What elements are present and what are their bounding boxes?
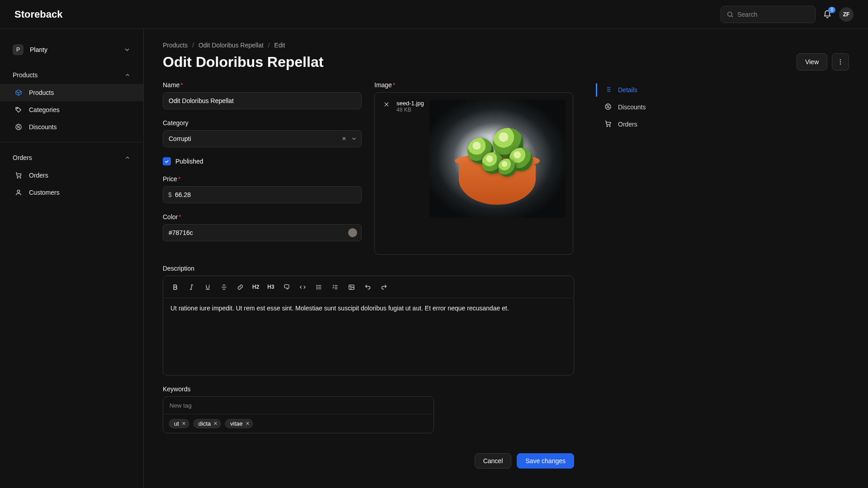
- checkbox-checked-icon: [163, 157, 171, 165]
- tab-label: Orders: [618, 121, 637, 128]
- tab-details[interactable]: Details: [597, 81, 713, 99]
- sidebar-item-products[interactable]: Products: [0, 84, 143, 101]
- cancel-button[interactable]: Cancel: [475, 453, 512, 469]
- svg-point-5: [17, 126, 18, 126]
- tab-orders[interactable]: Orders: [597, 116, 713, 133]
- ordered-list-button[interactable]: [329, 281, 342, 293]
- tenant-switcher[interactable]: P Planty: [0, 40, 143, 60]
- name-label: Name: [163, 81, 362, 89]
- svg-point-42: [609, 126, 610, 127]
- clear-icon[interactable]: ✕: [342, 136, 346, 142]
- search-input[interactable]: [737, 11, 810, 18]
- global-search[interactable]: [721, 6, 816, 23]
- sidebar-item-orders[interactable]: Orders: [0, 167, 143, 184]
- user-icon: [14, 188, 23, 197]
- breadcrumb-product[interactable]: Odit Doloribus Repellat: [198, 42, 264, 49]
- sidebar-item-customers[interactable]: Customers: [0, 184, 143, 201]
- chevron-up-icon: [124, 72, 131, 78]
- sidebar-item-label: Categories: [29, 106, 60, 113]
- tab-discounts[interactable]: Discounts: [597, 99, 713, 116]
- price-label: Price: [163, 175, 362, 183]
- bold-button[interactable]: [169, 281, 181, 293]
- remove-tag-button[interactable]: ✕: [245, 421, 250, 427]
- image-filesize: 48 KB: [396, 107, 424, 113]
- sidebar-item-label: Discounts: [29, 123, 57, 131]
- image-thumbnail[interactable]: [429, 100, 566, 217]
- image-filename: seed-1.jpg: [396, 100, 424, 107]
- image-button[interactable]: [345, 281, 358, 293]
- chevron-down-icon[interactable]: [351, 136, 357, 142]
- keywords-input[interactable]: [163, 397, 434, 414]
- more-button[interactable]: [832, 53, 849, 70]
- svg-point-11: [840, 61, 841, 62]
- currency-symbol: $: [168, 191, 172, 198]
- remove-tag-button[interactable]: ✕: [213, 421, 217, 427]
- category-select[interactable]: [163, 130, 362, 147]
- view-button[interactable]: View: [797, 53, 827, 70]
- color-label: Color: [163, 213, 362, 221]
- price-input[interactable]: [163, 186, 362, 203]
- app-brand: Storeback: [14, 9, 62, 20]
- tag-icon: [14, 106, 23, 114]
- keyword-tag: vitae✕: [225, 419, 253, 428]
- quote-button[interactable]: [280, 281, 293, 293]
- keyword-tag-label: ut: [174, 420, 179, 427]
- undo-button[interactable]: [362, 281, 374, 293]
- page-title: Odit Doloribus Repellat: [163, 54, 324, 70]
- svg-point-39: [607, 105, 607, 106]
- sidebar-item-label: Customers: [29, 189, 60, 196]
- cart-icon: [14, 171, 23, 179]
- cart-icon: [604, 120, 613, 128]
- svg-point-30: [350, 286, 352, 287]
- tab-label: Details: [618, 86, 637, 94]
- published-label: Published: [175, 158, 203, 165]
- sidebar-section-products[interactable]: Products: [0, 66, 143, 84]
- save-button[interactable]: Save changes: [517, 453, 574, 469]
- description-editor[interactable]: Ut ratione iure impedit. Ut rem est esse…: [163, 298, 574, 375]
- sidebar-item-label: Orders: [29, 172, 48, 179]
- svg-point-40: [609, 107, 609, 108]
- italic-button[interactable]: [185, 281, 198, 293]
- tab-label: Discounts: [618, 103, 646, 111]
- color-input[interactable]: [163, 224, 362, 241]
- svg-line-17: [191, 285, 192, 289]
- category-label: Category: [163, 119, 362, 127]
- breadcrumb-sep: /: [268, 42, 270, 49]
- remove-tag-button[interactable]: ✕: [182, 421, 186, 427]
- strike-button[interactable]: [217, 281, 230, 293]
- notifications-badge: 0: [828, 7, 835, 13]
- svg-point-8: [20, 177, 21, 178]
- redo-button[interactable]: [378, 281, 391, 293]
- sidebar-item-discounts[interactable]: Discounts: [0, 118, 143, 136]
- notifications-button[interactable]: 0: [822, 9, 833, 20]
- breadcrumb-products[interactable]: Products: [163, 42, 188, 49]
- image-upload-card: seed-1.jpg 48 KB: [374, 92, 573, 255]
- remove-image-button[interactable]: [382, 100, 391, 109]
- code-button[interactable]: [297, 281, 309, 293]
- color-swatch[interactable]: [348, 228, 357, 237]
- chevron-up-icon: [124, 155, 131, 161]
- svg-point-2: [17, 108, 18, 109]
- name-input[interactable]: [163, 92, 362, 109]
- published-checkbox[interactable]: Published: [163, 157, 362, 165]
- keyword-tag: dicta✕: [193, 419, 221, 428]
- image-label: Image: [374, 81, 573, 89]
- svg-point-24: [317, 286, 317, 287]
- sidebar-item-categories[interactable]: Categories: [0, 101, 143, 118]
- percent-icon: [14, 123, 23, 131]
- box-icon: [14, 89, 23, 97]
- h3-button[interactable]: H3: [265, 281, 276, 293]
- keyword-tag: ut✕: [169, 419, 189, 428]
- description-label: Description: [163, 265, 574, 272]
- bullet-list-button[interactable]: [313, 281, 326, 293]
- tenant-badge: P: [13, 44, 24, 55]
- breadcrumb-current: Edit: [274, 42, 285, 49]
- link-button[interactable]: [234, 281, 246, 293]
- svg-point-10: [840, 59, 841, 60]
- sidebar-section-orders[interactable]: Orders: [0, 149, 143, 167]
- list-icon: [604, 86, 613, 94]
- h2-button[interactable]: H2: [250, 281, 261, 293]
- keyword-tag-label: dicta: [198, 420, 211, 427]
- avatar[interactable]: ZF: [839, 7, 854, 22]
- underline-button[interactable]: [201, 281, 214, 293]
